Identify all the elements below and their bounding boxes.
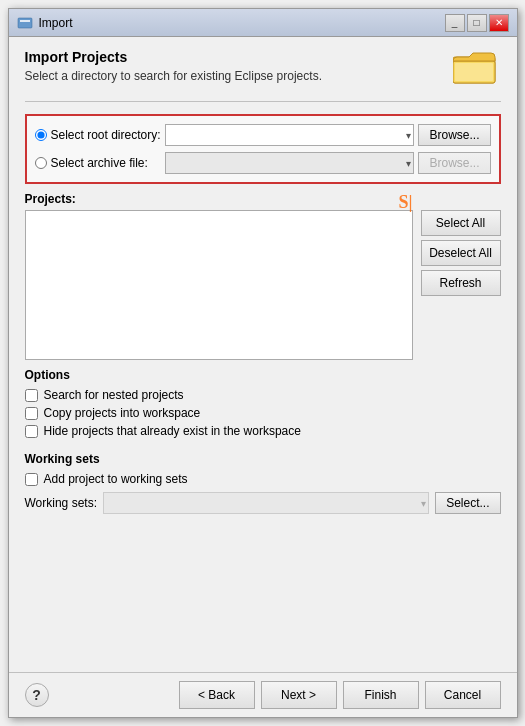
copy-projects-label: Copy projects into workspace xyxy=(44,406,201,420)
refresh-button[interactable]: Refresh xyxy=(421,270,501,296)
working-sets-section: Working sets Add project to working sets… xyxy=(25,452,501,514)
options-section: Options Search for nested projects Copy … xyxy=(25,368,501,442)
projects-container: Select All Deselect All Refresh xyxy=(25,210,501,360)
root-directory-radio[interactable] xyxy=(35,129,47,141)
folder-icon xyxy=(453,49,497,85)
svg-rect-1 xyxy=(20,20,30,22)
window-title: Import xyxy=(39,16,73,30)
window-icon xyxy=(17,15,33,31)
root-directory-row: Select root directory: ▾ Browse... xyxy=(35,124,491,146)
page-title: Import Projects xyxy=(25,49,453,65)
hide-projects-label: Hide projects that already exist in the … xyxy=(44,424,301,438)
hide-projects-row: Hide projects that already exist in the … xyxy=(25,424,501,438)
dialog-footer: ? < Back Next > Finish Cancel xyxy=(9,672,517,717)
root-browse-button[interactable]: Browse... xyxy=(418,124,490,146)
copy-projects-row: Copy projects into workspace xyxy=(25,406,501,420)
page-title-area: Import Projects Select a directory to se… xyxy=(25,49,453,83)
working-sets-title: Working sets xyxy=(25,452,501,466)
title-bar: Import _ □ ✕ xyxy=(9,9,517,37)
projects-label: Projects: xyxy=(25,192,501,206)
archive-combo-arrow-icon: ▾ xyxy=(406,158,411,169)
options-title: Options xyxy=(25,368,501,382)
svg-rect-4 xyxy=(455,63,493,81)
title-bar-buttons: _ □ ✕ xyxy=(445,14,509,32)
back-button[interactable]: < Back xyxy=(179,681,255,709)
nested-projects-checkbox[interactable] xyxy=(25,389,38,402)
projects-list[interactable] xyxy=(25,210,413,360)
add-working-sets-row: Add project to working sets xyxy=(25,472,501,486)
page-icon xyxy=(453,49,501,89)
deselect-all-button[interactable]: Deselect All xyxy=(421,240,501,266)
page-header: Import Projects Select a directory to se… xyxy=(25,49,501,89)
dialog-content: Import Projects Select a directory to se… xyxy=(9,37,517,672)
combo-arrow-icon: ▾ xyxy=(406,130,411,141)
header-separator xyxy=(25,101,501,102)
working-sets-select-button[interactable]: Select... xyxy=(435,492,500,514)
archive-file-label: Select archive file: xyxy=(51,156,161,170)
root-directory-label: Select root directory: xyxy=(51,128,161,142)
working-sets-field-label: Working sets: xyxy=(25,496,97,510)
minimize-button[interactable]: _ xyxy=(445,14,465,32)
hide-projects-checkbox[interactable] xyxy=(25,425,38,438)
footer-buttons: < Back Next > Finish Cancel xyxy=(179,681,501,709)
import-dialog: Import _ □ ✕ Import Projects Select a di… xyxy=(8,8,518,718)
directory-form: Select root directory: ▾ Browse... Selec… xyxy=(25,114,501,184)
working-sets-arrow-icon: ▾ xyxy=(421,498,426,509)
nested-projects-row: Search for nested projects xyxy=(25,388,501,402)
nested-projects-label: Search for nested projects xyxy=(44,388,184,402)
page-subtitle: Select a directory to search for existin… xyxy=(25,69,453,83)
add-working-sets-label: Add project to working sets xyxy=(44,472,188,486)
copy-projects-checkbox[interactable] xyxy=(25,407,38,420)
help-button[interactable]: ? xyxy=(25,683,49,707)
projects-buttons: Select All Deselect All Refresh xyxy=(421,210,501,360)
root-directory-combo[interactable]: ▾ xyxy=(165,124,415,146)
archive-browse-button[interactable]: Browse... xyxy=(418,152,490,174)
cancel-button[interactable]: Cancel xyxy=(425,681,501,709)
archive-file-radio[interactable] xyxy=(35,157,47,169)
close-button[interactable]: ✕ xyxy=(489,14,509,32)
select-all-button[interactable]: Select All xyxy=(421,210,501,236)
add-working-sets-checkbox[interactable] xyxy=(25,473,38,486)
maximize-button[interactable]: □ xyxy=(467,14,487,32)
svg-rect-0 xyxy=(18,18,32,28)
footer-left: ? xyxy=(25,683,49,707)
watermark: S| xyxy=(399,192,413,213)
archive-file-combo: ▾ xyxy=(165,152,415,174)
working-sets-field-row: Working sets: ▾ Select... xyxy=(25,492,501,514)
archive-file-row: Select archive file: ▾ Browse... xyxy=(35,152,491,174)
finish-button[interactable]: Finish xyxy=(343,681,419,709)
working-sets-field: ▾ xyxy=(103,492,429,514)
next-button[interactable]: Next > xyxy=(261,681,337,709)
projects-section: Projects: Select All Deselect All Refres… xyxy=(25,192,501,360)
title-bar-left: Import xyxy=(17,15,73,31)
